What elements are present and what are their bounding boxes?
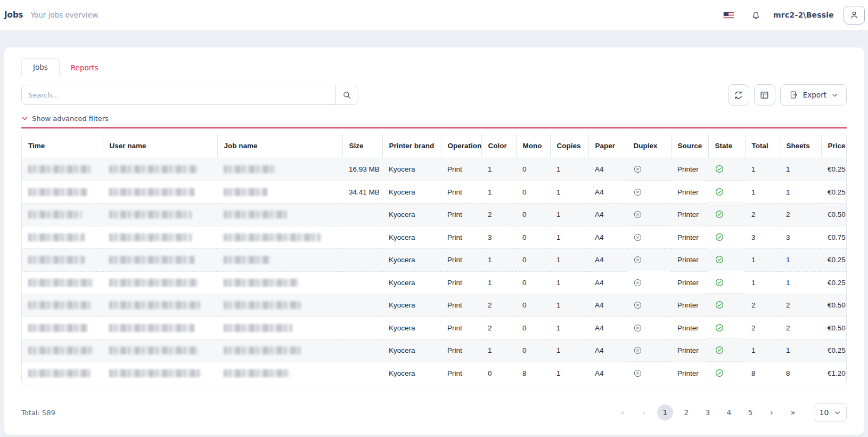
notifications-bell-icon[interactable] (750, 10, 761, 21)
user-menu-button[interactable] (844, 6, 865, 25)
column-header-state[interactable]: State (708, 134, 745, 158)
column-header-user[interactable]: User name (103, 134, 217, 158)
column-header-price[interactable]: Price (821, 134, 847, 158)
table-row[interactable]: KyoceraPrint201A4Printer22€0.50 (22, 317, 847, 339)
cell-copies: 1 (550, 249, 588, 272)
state-ok-icon (715, 323, 724, 333)
cell-time (22, 317, 103, 339)
cell-duplex (627, 181, 671, 204)
table-row[interactable]: KyoceraPrint101A4Printer11€0.25 (22, 271, 847, 294)
pagination-page-3[interactable]: 3 (700, 404, 716, 420)
pagination-prev-button[interactable]: ‹ (636, 404, 652, 420)
redacted-user-text (109, 346, 198, 354)
table-row[interactable]: KyoceraPrint101A4Printer11€0.25 (22, 249, 847, 272)
column-header-copies[interactable]: Copies (550, 134, 588, 158)
cell-total: 1 (745, 339, 780, 362)
redacted-job-text (224, 233, 321, 241)
redacted-job-text (224, 256, 270, 264)
advanced-filters-toggle[interactable]: Show advanced filters (21, 115, 847, 128)
cell-source: Printer (671, 249, 708, 272)
table-row[interactable]: KyoceraPrint201A4Printer22€0.50 (22, 294, 847, 317)
cell-color: 2 (481, 204, 516, 226)
table-row[interactable]: KyoceraPrint081A4Printer88€1.20 (22, 362, 847, 385)
column-header-total[interactable]: Total (745, 134, 780, 158)
jobs-table: TimeUser nameJob nameSizePrinter brandOp… (21, 134, 847, 385)
tab-jobs[interactable]: Jobs (21, 58, 60, 76)
redacted-time-text (28, 324, 87, 332)
column-header-brand[interactable]: Printer brand (382, 134, 441, 158)
search-button[interactable] (336, 85, 358, 104)
state-ok-icon (715, 164, 724, 174)
pagination-last-button[interactable]: » (785, 404, 801, 420)
column-header-paper[interactable]: Paper (588, 134, 627, 158)
pagination-page-4[interactable]: 4 (721, 404, 737, 420)
cell-color: 1 (481, 158, 516, 181)
cell-source: Printer (671, 294, 708, 317)
table-row[interactable]: KyoceraPrint101A4Printer11€0.25 (22, 339, 847, 362)
cell-job (217, 226, 342, 249)
table-row[interactable]: 16.93 MBKyoceraPrint101A4Printer11€0.25 (22, 158, 847, 181)
column-header-operation[interactable]: Operation (441, 134, 481, 158)
language-flag-icon[interactable] (723, 12, 734, 19)
redacted-time-text (28, 165, 91, 173)
cell-duplex (627, 204, 671, 226)
cell-time (22, 339, 103, 362)
column-settings-button[interactable] (754, 84, 775, 106)
column-header-sheets[interactable]: Sheets (780, 134, 821, 158)
table-row[interactable]: 34.41 MBKyoceraPrint101A4Printer11€0.25 (22, 181, 847, 204)
cell-time (22, 294, 103, 317)
tab-reports[interactable]: Reports (60, 59, 110, 76)
table-footer: Total: 589 « ‹ 12345 › » 10 (21, 403, 847, 422)
cell-operation: Print (441, 317, 481, 339)
cell-job (217, 339, 342, 362)
cell-brand: Kyocera (382, 339, 441, 362)
cell-color: 2 (481, 317, 516, 339)
cell-user (103, 181, 217, 204)
cell-operation: Print (441, 181, 481, 204)
cell-size (342, 317, 382, 339)
cell-job (217, 249, 342, 272)
export-button[interactable]: Export (780, 84, 847, 106)
pagination-first-button[interactable]: « (615, 404, 630, 420)
chevron-down-icon (21, 115, 28, 122)
cell-copies: 1 (550, 181, 588, 204)
column-header-mono[interactable]: Mono (516, 134, 550, 158)
table-row[interactable]: KyoceraPrint201A4Printer22€0.50 (22, 204, 847, 226)
cell-paper: A4 (588, 339, 627, 362)
pagination-next-button[interactable]: › (764, 404, 780, 420)
column-header-time[interactable]: Time (22, 134, 103, 158)
column-header-size[interactable]: Size (342, 134, 382, 158)
cell-price: €0.25 (821, 271, 847, 294)
refresh-button[interactable] (728, 84, 749, 106)
cell-price: €0.50 (821, 204, 847, 226)
cell-user (103, 158, 217, 181)
cell-user (103, 226, 217, 249)
cell-total: 1 (745, 181, 780, 204)
pagination-page-2[interactable]: 2 (678, 404, 694, 420)
redacted-job-text (224, 188, 267, 196)
redacted-job-text (224, 165, 276, 173)
cell-user (103, 271, 217, 294)
cell-time (22, 271, 103, 294)
cell-time (22, 362, 103, 385)
cell-duplex (627, 362, 671, 385)
column-header-duplex[interactable]: Duplex (627, 134, 671, 158)
table-row[interactable]: KyoceraPrint301A4Printer33€0.75 (22, 226, 847, 249)
cell-mono: 0 (516, 294, 550, 317)
cell-sheets: 2 (780, 317, 821, 339)
pagination-page-5[interactable]: 5 (742, 404, 758, 420)
column-header-source[interactable]: Source (671, 134, 708, 158)
cell-duplex (627, 226, 671, 249)
cell-brand: Kyocera (382, 271, 441, 294)
page-size-select[interactable]: 10 (814, 403, 847, 422)
column-header-job[interactable]: Job name (217, 134, 342, 158)
cell-copies: 1 (550, 271, 588, 294)
cell-size (342, 294, 382, 317)
column-header-color[interactable]: Color (481, 134, 516, 158)
cell-user (103, 317, 217, 339)
duplex-off-icon (633, 255, 642, 264)
cell-job (217, 317, 342, 339)
pagination-page-1[interactable]: 1 (657, 404, 673, 420)
search-input[interactable] (22, 85, 336, 104)
cell-brand: Kyocera (382, 204, 441, 226)
